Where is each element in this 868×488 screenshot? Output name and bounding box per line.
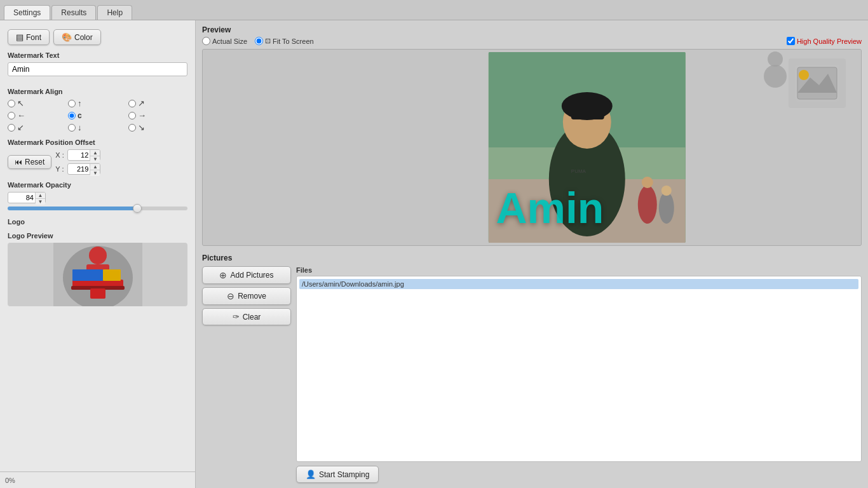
hq-label: High Quality Preview xyxy=(787,37,862,45)
y-spin-down[interactable]: ▼ xyxy=(90,170,100,176)
x-spin-up[interactable]: ▲ xyxy=(90,150,100,156)
svg-point-17 xyxy=(659,192,674,224)
stamp-icon: 👤 xyxy=(306,470,316,479)
align-middle-right[interactable]: → xyxy=(128,111,187,120)
logo-preview-label: Logo Preview xyxy=(8,232,187,240)
preview-label: Preview xyxy=(202,25,862,34)
tab-results[interactable]: Results xyxy=(51,5,96,20)
clear-icon: ✑ xyxy=(233,312,240,322)
preview-img-area: PUMA Amin xyxy=(203,50,861,245)
files-label: Files xyxy=(296,266,862,274)
opacity-spin-wrap: ▲ ▼ xyxy=(8,192,187,203)
font-color-row: ▤ Font 🎨 Color xyxy=(8,29,187,45)
align-top-left[interactable]: ↖ xyxy=(8,98,67,108)
y-coord-group: Y : ▲ ▼ xyxy=(55,163,100,175)
svg-rect-8 xyxy=(103,269,121,281)
watermark-align-grid: ↖ ↑ ↗ ← c → xyxy=(8,98,187,132)
right-panel: Preview Actual Size ⊡ Fit To Screen Hig xyxy=(196,20,868,488)
files-area: Files /Users/amin/Downloads/amin.jpg 👤 S… xyxy=(296,266,862,483)
align-bottom-right[interactable]: ↘ xyxy=(128,123,187,132)
add-pictures-label: Add Pictures xyxy=(230,271,273,280)
files-list[interactable]: /Users/amin/Downloads/amin.jpg xyxy=(296,276,862,462)
reset-icon: ⏮ xyxy=(15,158,22,166)
font-icon: ▤ xyxy=(16,32,24,42)
remove-button[interactable]: ⊖ Remove xyxy=(202,287,291,305)
logo-preview-box xyxy=(8,243,187,306)
position-row: ⏮ Reset X : ▲ ▼ xyxy=(8,149,187,175)
svg-point-16 xyxy=(642,177,653,188)
tab-settings[interactable]: Settings xyxy=(4,5,50,20)
x-spin-arrows: ▲ ▼ xyxy=(90,150,100,160)
actual-size-option[interactable]: Actual Size xyxy=(202,37,247,45)
opacity-slider-thumb[interactable] xyxy=(133,204,142,213)
fit-to-screen-label: Fit To Screen xyxy=(273,37,314,45)
clear-label: Clear xyxy=(243,313,261,322)
hq-checkbox[interactable] xyxy=(787,37,795,45)
pictures-section: Pictures ⊕ Add Pictures ⊖ Remove ✑ Clear xyxy=(196,250,868,488)
align-bottom-center[interactable]: ↓ xyxy=(68,123,127,132)
svg-rect-6 xyxy=(90,288,105,299)
y-spin-arrows: ▲ ▼ xyxy=(90,164,100,174)
watermark-align-label: Watermark Align xyxy=(8,88,187,95)
y-spin-up[interactable]: ▲ xyxy=(90,164,100,170)
preview-image-container: PUMA Amin xyxy=(202,49,862,246)
progress-text: 0% xyxy=(5,477,15,484)
person-silhouette-area xyxy=(759,50,791,90)
tab-bar: Settings Results Help xyxy=(0,0,868,20)
align-center[interactable]: c xyxy=(68,111,127,120)
svg-point-2 xyxy=(89,247,107,264)
progress-bar-area: 0% xyxy=(0,471,195,488)
photo-sim: PUMA xyxy=(489,52,686,243)
color-button-label: Color xyxy=(74,33,93,42)
opacity-spin-down[interactable]: ▼ xyxy=(36,199,45,205)
x-coord-group: X : ▲ ▼ xyxy=(55,149,100,161)
opacity-slider-track[interactable] xyxy=(8,207,187,210)
start-stamping-button[interactable]: 👤 Start Stamping xyxy=(296,466,379,483)
align-top-right[interactable]: ↗ xyxy=(128,98,187,108)
pictures-content: ⊕ Add Pictures ⊖ Remove ✑ Clear Files xyxy=(202,266,862,483)
watermark-text-input[interactable] xyxy=(8,62,187,76)
y-label: Y : xyxy=(55,165,65,173)
opacity-spin-up[interactable]: ▲ xyxy=(36,193,45,199)
align-middle-left[interactable]: ← xyxy=(8,111,67,120)
xy-coords: X : ▲ ▼ Y : xyxy=(55,149,100,175)
opacity-label: Watermark Opacity xyxy=(8,181,187,189)
color-button[interactable]: 🎨 Color xyxy=(53,29,101,45)
svg-rect-19 xyxy=(571,114,604,119)
svg-point-18 xyxy=(661,186,672,196)
svg-rect-7 xyxy=(72,269,103,281)
color-icon: 🎨 xyxy=(62,32,72,42)
logo-preview-svg xyxy=(53,243,142,306)
align-top-center[interactable]: ↑ xyxy=(68,98,127,108)
x-label: X : xyxy=(55,151,65,159)
file-item-0[interactable]: /Users/amin/Downloads/amin.jpg xyxy=(299,279,858,289)
fit-to-screen-option[interactable]: ⊡ Fit To Screen xyxy=(255,37,314,45)
font-button[interactable]: ▤ Font xyxy=(8,29,50,45)
clear-button[interactable]: ✑ Clear xyxy=(202,308,291,325)
reset-button[interactable]: ⏮ Reset xyxy=(8,155,51,169)
x-spin-down[interactable]: ▼ xyxy=(90,156,100,162)
svg-point-24 xyxy=(799,70,809,80)
svg-point-15 xyxy=(638,186,657,224)
left-panel: ▤ Font 🎨 Color Watermark Text Watermark … xyxy=(0,20,196,488)
start-stamping-label: Start Stamping xyxy=(319,470,369,479)
y-spin-wrap: ▲ ▼ xyxy=(67,163,100,175)
add-pictures-button[interactable]: ⊕ Add Pictures xyxy=(202,266,291,284)
logo-in-preview xyxy=(789,58,846,108)
x-spin-wrap: ▲ ▼ xyxy=(67,149,100,161)
tab-help[interactable]: Help xyxy=(97,5,132,20)
opacity-spin-arrows: ▲ ▼ xyxy=(35,193,45,203)
align-bottom-left[interactable]: ↙ xyxy=(8,123,67,132)
fit-to-screen-icon: ⊡ xyxy=(265,37,271,45)
add-icon: ⊕ xyxy=(219,270,227,280)
preview-section: Preview Actual Size ⊡ Fit To Screen Hig xyxy=(196,20,868,250)
opacity-spin-input-wrap: ▲ ▼ xyxy=(8,192,46,203)
svg-point-25 xyxy=(768,51,783,67)
remove-icon: ⊖ xyxy=(227,291,234,301)
font-button-label: Font xyxy=(26,33,41,42)
preview-controls-left: Actual Size ⊡ Fit To Screen xyxy=(202,37,314,45)
position-offset-label: Watermark Position Offset xyxy=(8,139,187,146)
preview-controls: Actual Size ⊡ Fit To Screen High Quality… xyxy=(202,37,862,45)
logo-in-preview-svg xyxy=(795,65,839,102)
person-silhouette-svg xyxy=(759,50,791,88)
